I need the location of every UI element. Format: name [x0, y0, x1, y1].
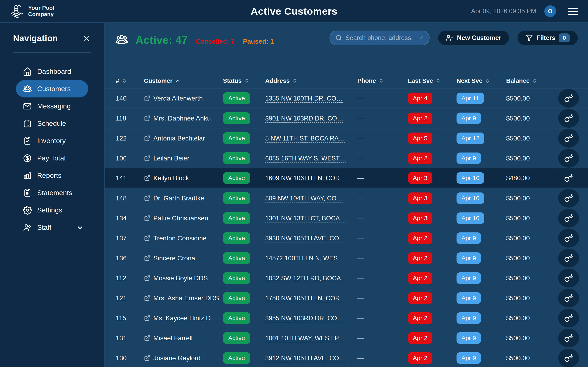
sort-icon	[122, 78, 127, 83]
clear-search-icon[interactable]	[419, 35, 424, 41]
open-customer-icon[interactable]	[144, 155, 150, 161]
sidebar-item-schedule[interactable]: Schedule	[16, 115, 88, 132]
key-button[interactable]	[558, 189, 579, 208]
column-header-status[interactable]: Status	[223, 77, 265, 84]
table-row[interactable]: 112 Mossie Boyle DDS Active 1032 SW 12TH…	[105, 268, 588, 288]
address-link[interactable]: 3912 NW 105TH AVE, CO…	[265, 355, 345, 362]
phone-value: —	[357, 294, 408, 302]
address-link[interactable]: 14572 100TH LN N, WES…	[265, 255, 344, 262]
column-header-address[interactable]: Address	[265, 77, 357, 84]
counts-text: Active: 47 Cancelled: 7 Paused: 1	[136, 34, 274, 46]
key-button[interactable]	[558, 129, 579, 148]
open-customer-icon[interactable]	[144, 175, 150, 181]
customer-number: 134	[116, 215, 144, 222]
table-row[interactable]: 141 Kailyn Block Active 1609 NW 106TH LN…	[105, 168, 588, 188]
column-header-phone[interactable]: Phone	[357, 77, 408, 84]
brand-line2: Company	[28, 11, 54, 17]
filters-button[interactable]: Filters 0	[518, 31, 578, 45]
sidebar-item-dashboard[interactable]: Dashboard	[16, 63, 88, 80]
key-button[interactable]	[558, 289, 579, 308]
search-icon	[335, 34, 342, 42]
table-row[interactable]: 136 Sincere Crona Active 14572 100TH LN …	[105, 248, 588, 268]
open-customer-icon[interactable]	[144, 195, 150, 201]
sidebar-item-settings[interactable]: Settings	[16, 201, 88, 219]
key-button[interactable]	[558, 349, 579, 367]
table-row[interactable]: 131 Misael Farrell Active 1001 10TH WAY,…	[105, 328, 588, 348]
address-link[interactable]: 1355 NW 100TH DR, CO…	[265, 95, 343, 102]
customer-name: Mossie Boyle DDS	[153, 275, 208, 282]
sidebar-item-messaging[interactable]: Messaging	[16, 98, 88, 115]
key-button[interactable]	[558, 89, 579, 108]
table-row[interactable]: 115 Ms. Kaycee Hintz D… Active 3955 NW 1…	[105, 308, 588, 328]
table-row[interactable]: 148 Dr. Garth Bradtke Active 809 NW 104T…	[105, 188, 588, 208]
open-customer-icon[interactable]	[144, 135, 150, 142]
table-row[interactable]: 122 Antonia Bechtelar Active 5 NW 11TH S…	[105, 128, 588, 148]
open-customer-icon[interactable]	[144, 315, 150, 321]
sidebar-divider	[13, 52, 91, 53]
table-row[interactable]: 106 Leilani Beier Active 6085 16TH WAY S…	[105, 148, 588, 168]
phone-value: —	[357, 155, 408, 162]
search-input[interactable]	[346, 34, 415, 42]
key-button[interactable]	[558, 329, 579, 347]
customer-number: 141	[116, 174, 144, 182]
menu-icon[interactable]	[568, 8, 578, 15]
sidebar-item-reports[interactable]: Reports	[16, 167, 88, 184]
table-row[interactable]: 130 Josiane Gaylord Active 3912 NW 105TH…	[105, 348, 588, 367]
address-link[interactable]: 3901 NW 103RD DR, CO…	[265, 115, 343, 122]
sidebar-item-pay-total[interactable]: Pay Total	[16, 150, 88, 167]
sidebar-item-customers[interactable]: Customers	[16, 80, 88, 98]
new-customer-button[interactable]: New Customer	[438, 31, 509, 45]
key-button[interactable]	[558, 269, 579, 287]
open-customer-icon[interactable]	[144, 235, 150, 242]
open-customer-icon[interactable]	[144, 95, 150, 101]
brand-name: Your Pool Company	[28, 5, 54, 17]
customer-name: Ms. Kaycee Hintz D…	[153, 314, 217, 322]
sidebar-item-label: Statements	[37, 189, 72, 197]
address-link[interactable]: 1032 SW 12TH RD, BOCA…	[265, 275, 347, 282]
address-link[interactable]: 1001 10TH WAY, WEST P…	[265, 334, 345, 342]
balance-value: $500.00	[506, 95, 554, 102]
open-customer-icon[interactable]	[144, 275, 150, 281]
open-customer-icon[interactable]	[144, 355, 150, 361]
balance-value: $500.00	[506, 155, 554, 162]
table-row[interactable]: 137 Trenton Considine Active 3930 NW 105…	[105, 228, 588, 248]
sidebar-item-inventory[interactable]: Inventory	[16, 132, 88, 150]
table-row[interactable]: 118 Mrs. Daphnee Anku… Active 3901 NW 10…	[105, 108, 588, 128]
key-button[interactable]	[558, 169, 579, 187]
key-button[interactable]	[558, 309, 579, 327]
address-link[interactable]: 3955 NW 103RD DR, CO…	[265, 315, 343, 322]
open-customer-icon[interactable]	[144, 255, 150, 261]
key-button[interactable]	[558, 109, 579, 128]
address-link[interactable]: 1301 NW 13TH CT, BOCA…	[265, 215, 346, 222]
address-link[interactable]: 5 NW 11TH ST, BOCA RA…	[265, 135, 345, 142]
column-header-last-svc[interactable]: Last Svc	[408, 77, 457, 84]
key-button[interactable]	[558, 249, 579, 267]
avatar[interactable]: O	[544, 5, 556, 17]
status-badge: Active	[223, 212, 250, 224]
key-button[interactable]	[558, 229, 579, 248]
open-customer-icon[interactable]	[144, 215, 150, 221]
address-link[interactable]: 809 NW 104TH WAY, CO…	[265, 195, 343, 202]
table-row[interactable]: 134 Pattie Christiansen Active 1301 NW 1…	[105, 208, 588, 228]
open-customer-icon[interactable]	[144, 335, 150, 341]
column-header-next-svc[interactable]: Next Svc	[457, 77, 506, 84]
key-button[interactable]	[558, 149, 579, 167]
table-row[interactable]: 121 Mrs. Asha Ernser DDS Active 1750 NW …	[105, 288, 588, 308]
column-header-num[interactable]: #	[116, 77, 144, 84]
last-service-pill: Apr 2	[408, 272, 432, 284]
address-link[interactable]: 1609 NW 106TH LN, COR…	[265, 175, 346, 182]
close-icon[interactable]	[82, 34, 91, 43]
address-link[interactable]: 1750 NW 105TH LN, COR…	[265, 295, 346, 302]
open-customer-icon[interactable]	[144, 115, 150, 122]
key-button[interactable]	[558, 209, 579, 227]
column-header-balance[interactable]: Balance	[506, 77, 554, 84]
address-link[interactable]: 6085 16TH WAY S, WEST…	[265, 155, 346, 162]
open-customer-icon[interactable]	[144, 295, 150, 301]
address-link[interactable]: 3930 NW 105TH AVE, CO…	[265, 235, 345, 242]
customer-name: Leilani Beier	[153, 155, 189, 162]
column-header-customer[interactable]: Customer	[144, 77, 223, 84]
sidebar-item-staff[interactable]: Staff	[16, 219, 88, 236]
sidebar-item-statements[interactable]: Statements	[16, 184, 88, 201]
table-row[interactable]: 140 Verda Altenwerth Active 1355 NW 100T…	[105, 88, 588, 108]
next-service-pill: Apr 9	[457, 113, 481, 124]
